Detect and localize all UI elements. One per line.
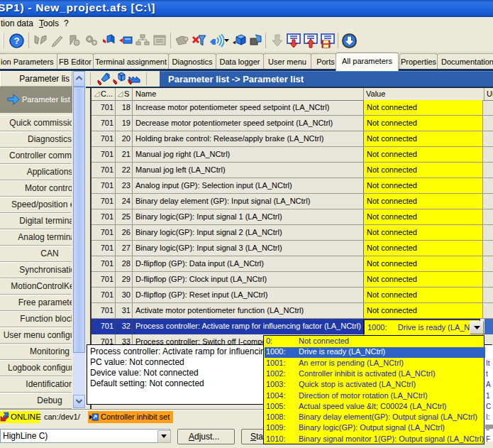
svg-text:?: ? <box>14 35 20 46</box>
